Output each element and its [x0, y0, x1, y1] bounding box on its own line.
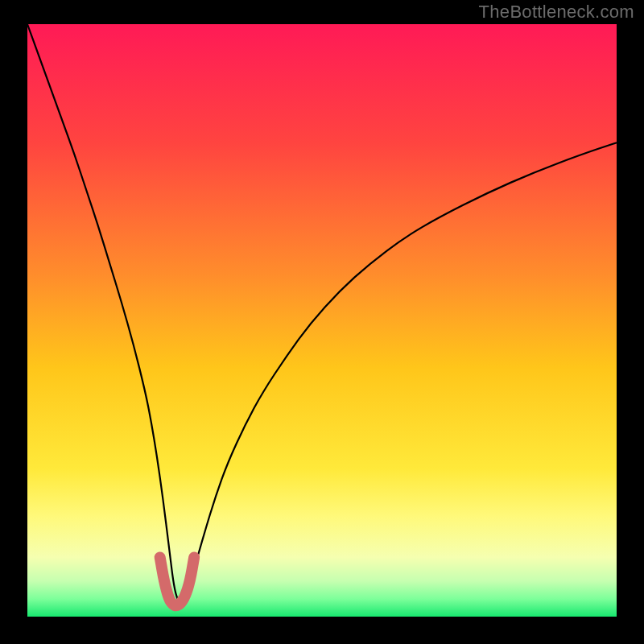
- plot-background: [27, 24, 617, 617]
- chart-frame: TheBottleneck.com: [0, 0, 644, 644]
- bottleneck-chart: [0, 0, 644, 644]
- watermark-text: TheBottleneck.com: [479, 2, 634, 23]
